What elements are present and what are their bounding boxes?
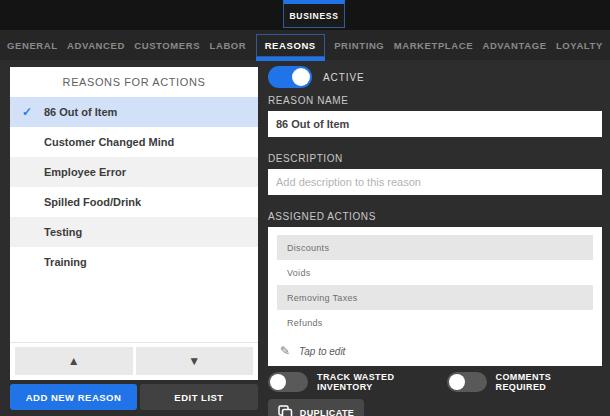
- reason-list-item[interactable]: ✓ Spilled Food/Drink: [10, 187, 258, 217]
- reason-list-item[interactable]: ✓ Employee Error: [10, 157, 258, 187]
- assigned-actions-panel: Discounts Voids Removing Taxes Refunds ✎…: [268, 227, 602, 366]
- settings-tab[interactable]: REASONS: [256, 34, 325, 57]
- reason-list-item-label: Employee Error: [44, 166, 126, 178]
- move-up-button[interactable]: ▲: [15, 347, 133, 375]
- top-bar: BUSINESS: [0, 0, 610, 30]
- reason-list-item-label: Testing: [44, 226, 82, 238]
- assigned-action-item[interactable]: Removing Taxes: [277, 285, 593, 310]
- settings-tab[interactable]: LOYALTY: [556, 40, 603, 51]
- settings-tab[interactable]: MARKETPLACE: [394, 40, 473, 51]
- option-toggle-label: TRACK WASTED INVENTORY: [317, 372, 429, 392]
- active-toggle-row: ACTIVE: [268, 66, 602, 88]
- tap-to-edit-label: Tap to edit: [299, 346, 345, 357]
- settings-tab[interactable]: ADVANTAGE: [482, 40, 546, 51]
- assigned-actions-list: Discounts Voids Removing Taxes Refunds: [277, 235, 593, 335]
- reason-name-label: REASON NAME: [268, 95, 602, 106]
- move-down-button[interactable]: ▼: [136, 347, 254, 375]
- toggle-knob: [449, 374, 465, 390]
- active-toggle-label: ACTIVE: [323, 72, 365, 83]
- check-icon: ✓: [10, 105, 44, 119]
- reason-list-item-label: Spilled Food/Drink: [44, 196, 141, 208]
- reason-list-item[interactable]: ✓ 86 Out of Item: [10, 97, 258, 127]
- option-toggle-label: COMMENTS REQUIRED: [496, 372, 585, 392]
- edit-list-button[interactable]: EDIT LIST: [140, 384, 258, 410]
- description-input[interactable]: [268, 169, 602, 195]
- assigned-actions-label: ASSIGNED ACTIONS: [268, 211, 602, 222]
- toggle-knob: [270, 374, 286, 390]
- reasons-list-panel: REASONS FOR ACTIONS ✓ 86 Out of Item ✓ C…: [10, 67, 258, 380]
- reason-detail-panel: ACTIVE REASON NAME DESCRIPTION ASSIGNED …: [268, 66, 602, 416]
- settings-tab[interactable]: GENERAL: [7, 40, 58, 51]
- tap-to-edit-hint[interactable]: ✎ Tap to edit: [277, 344, 593, 358]
- reason-list-item[interactable]: ✓ Testing: [10, 217, 258, 247]
- settings-tab-bar: GENERAL ADVANCED CUSTOMERS LABOR REASONS…: [0, 30, 610, 60]
- settings-tab[interactable]: PRINTING: [334, 40, 384, 51]
- assigned-action-item[interactable]: Refunds: [277, 310, 593, 335]
- duplicate-button-label: DUPLICATE: [300, 408, 354, 416]
- settings-tab[interactable]: ADVANCED: [67, 40, 125, 51]
- duplicate-icon: [278, 405, 293, 416]
- reorder-controls: ▲ ▼: [10, 342, 258, 380]
- pencil-icon: ✎: [280, 344, 290, 358]
- assigned-action-item[interactable]: Voids: [277, 260, 593, 285]
- reason-list-item[interactable]: ✓ Training: [10, 247, 258, 277]
- option-toggle[interactable]: [268, 372, 308, 392]
- option-toggles-row: TRACK WASTED INVENTORY COMMENTS REQUIRED: [268, 372, 602, 392]
- add-new-reason-button[interactable]: ADD NEW REASON: [10, 384, 137, 410]
- reason-list-item-label: Training: [44, 256, 87, 268]
- reasons-list: ✓ 86 Out of Item ✓ Customer Changed Mind…: [10, 97, 258, 342]
- down-arrow-icon: ▼: [188, 354, 200, 368]
- settings-tab[interactable]: LABOR: [210, 40, 247, 51]
- reason-list-item-label: 86 Out of Item: [44, 106, 117, 118]
- reason-list-item-label: Customer Changed Mind: [44, 136, 174, 148]
- up-arrow-icon: ▲: [68, 354, 80, 368]
- option-toggle[interactable]: [447, 372, 487, 392]
- duplicate-button[interactable]: DUPLICATE: [268, 399, 364, 416]
- reason-list-item[interactable]: ✓ Customer Changed Mind: [10, 127, 258, 157]
- option-toggle-group: TRACK WASTED INVENTORY: [268, 372, 429, 392]
- assigned-action-item[interactable]: Discounts: [277, 235, 593, 260]
- description-label: DESCRIPTION: [268, 153, 602, 164]
- toggle-knob: [292, 68, 310, 86]
- tab-business[interactable]: BUSINESS: [283, 0, 345, 28]
- option-toggle-group: COMMENTS REQUIRED: [447, 372, 585, 392]
- reason-name-input[interactable]: [268, 111, 602, 137]
- reasons-list-title: REASONS FOR ACTIONS: [10, 67, 258, 97]
- settings-tab[interactable]: CUSTOMERS: [134, 40, 200, 51]
- active-toggle[interactable]: [268, 66, 312, 88]
